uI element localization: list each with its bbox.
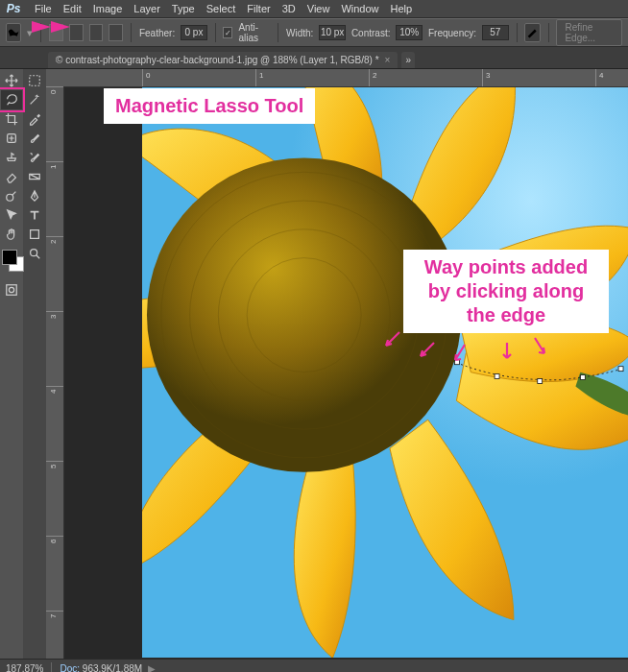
ruler-tick-label: 4 xyxy=(49,390,58,394)
selection-add-icon[interactable] xyxy=(69,24,84,41)
quick-mask-icon[interactable] xyxy=(1,280,22,300)
ruler-tick-label: 0 xyxy=(49,90,58,94)
close-tab-icon[interactable]: × xyxy=(385,55,391,65)
ruler-tick-label: 7 xyxy=(49,614,58,618)
svg-point-3 xyxy=(9,287,13,292)
menu-help[interactable]: Help xyxy=(385,1,419,16)
zoom-tool-icon[interactable] xyxy=(24,244,45,263)
annotation-arrow-icon xyxy=(51,21,70,33)
svg-point-7 xyxy=(31,250,37,256)
status-bar: 187.87% Doc: 963.9K/1.88M ▶ xyxy=(0,659,628,672)
ruler-tick-label: 1 xyxy=(49,165,58,169)
ruler-tick-label: 0 xyxy=(146,71,150,80)
marquee-tool-icon[interactable] xyxy=(24,71,45,90)
svg-rect-4 xyxy=(30,76,40,86)
menu-select[interactable]: Select xyxy=(201,1,242,16)
menu-layer[interactable]: Layer xyxy=(128,1,166,16)
annotation-waypoints-label: Way points added by clicking along the e… xyxy=(403,250,609,333)
path-select-tool-icon[interactable] xyxy=(1,205,22,225)
menu-edit[interactable]: Edit xyxy=(58,1,87,16)
options-bar: ▾ Feather: 0 px ✓ Anti-alias Width: 10 p… xyxy=(0,18,628,47)
spot-heal-tool-icon[interactable] xyxy=(1,129,22,148)
ruler-vertical[interactable]: 0 1 2 3 4 5 6 7 xyxy=(46,69,64,659)
app-logo: Ps xyxy=(4,2,23,15)
svg-point-1 xyxy=(7,194,13,201)
svg-rect-15 xyxy=(495,374,499,379)
magic-wand-tool-icon[interactable] xyxy=(24,90,45,109)
ruler-tick-label: 1 xyxy=(259,71,263,80)
crop-tool-icon[interactable] xyxy=(1,109,22,129)
move-tool-icon[interactable] xyxy=(1,71,22,90)
separator xyxy=(278,23,278,42)
ruler-horizontal[interactable]: 0 1 2 3 4 xyxy=(63,69,628,87)
gradient-tool-icon[interactable] xyxy=(24,167,45,186)
doc-size-label: Doc: xyxy=(60,663,80,673)
lasso-tool-icon[interactable] xyxy=(1,90,22,109)
annotation-tool-label: Magnetic Lasso Tool xyxy=(104,88,315,124)
dodge-tool-icon[interactable] xyxy=(1,186,22,205)
status-menu-icon[interactable]: ▶ xyxy=(148,663,156,673)
separator xyxy=(517,23,518,42)
shape-tool-icon[interactable] xyxy=(24,225,45,244)
color-swatches[interactable] xyxy=(0,248,23,273)
document-tab[interactable]: © contrast-photography-clear-background-… xyxy=(48,52,398,68)
contrast-input[interactable]: 10% xyxy=(396,25,423,40)
type-tool-icon[interactable] xyxy=(24,205,45,225)
eraser-tool-icon[interactable] xyxy=(1,167,22,186)
feather-input[interactable]: 0 px xyxy=(181,25,207,40)
annotation-arrow-icon xyxy=(417,341,438,362)
svg-rect-17 xyxy=(580,375,585,380)
frequency-label: Frequency: xyxy=(428,28,476,38)
foreground-color-swatch[interactable] xyxy=(2,250,17,265)
annotation-arrow-icon xyxy=(32,21,51,33)
annotation-arrow-icon xyxy=(531,336,552,357)
tool-preset-icon[interactable] xyxy=(6,23,21,42)
frequency-input[interactable]: 57 xyxy=(482,25,509,40)
history-brush-tool-icon[interactable] xyxy=(24,148,45,167)
width-label: Width: xyxy=(286,28,313,38)
ruler-tick-label: 5 xyxy=(49,465,58,468)
canvas-area[interactable]: 0 1 2 3 4 5 6 7 0 1 2 3 4 xyxy=(46,69,628,659)
zoom-level[interactable]: 187.87% xyxy=(6,663,43,673)
annotation-arrow-icon xyxy=(449,343,471,364)
menu-type[interactable]: Type xyxy=(166,1,201,16)
selection-intersect-icon[interactable] xyxy=(109,24,123,41)
eyedropper-tool-icon[interactable] xyxy=(24,109,45,129)
svg-rect-6 xyxy=(31,230,39,239)
pen-tool-icon[interactable] xyxy=(24,186,45,205)
menu-window[interactable]: Window xyxy=(335,1,384,16)
ruler-tick-label: 4 xyxy=(599,71,603,80)
clone-stamp-tool-icon[interactable] xyxy=(1,148,22,167)
svg-rect-18 xyxy=(618,367,623,372)
menu-filter[interactable]: Filter xyxy=(241,1,276,16)
ruler-tick-label: 3 xyxy=(49,315,58,319)
document-image[interactable] xyxy=(142,86,628,658)
anti-alias-label: Anti-alias xyxy=(238,22,270,43)
refine-edge-button[interactable]: Refine Edge... xyxy=(556,19,622,46)
pen-pressure-icon[interactable] xyxy=(524,23,540,42)
annotation-arrow-icon xyxy=(382,330,403,351)
anti-alias-checkbox[interactable]: ✓ xyxy=(223,27,232,38)
document-title: © contrast-photography-clear-background-… xyxy=(56,55,379,65)
separator xyxy=(131,23,132,42)
menu-image[interactable]: Image xyxy=(87,1,129,16)
menu-3d[interactable]: 3D xyxy=(277,1,302,16)
ruler-tick-label: 6 xyxy=(49,540,58,543)
separator xyxy=(215,23,216,42)
svg-rect-16 xyxy=(538,379,543,384)
contrast-label: Contrast: xyxy=(351,28,391,38)
brush-tool-icon[interactable] xyxy=(24,129,45,148)
menu-bar: Ps File Edit Image Layer Type Select Fil… xyxy=(0,0,628,18)
feather-label: Feather: xyxy=(139,28,175,38)
ruler-tick-label: 3 xyxy=(486,71,490,80)
menu-file[interactable]: File xyxy=(29,1,58,16)
menu-view[interactable]: View xyxy=(302,1,336,16)
tab-overflow-icon[interactable]: » xyxy=(401,52,415,68)
width-input[interactable]: 10 px xyxy=(319,25,346,40)
hand-tool-icon[interactable] xyxy=(1,225,22,244)
toolbox-col-a xyxy=(0,69,23,659)
selection-subtract-icon[interactable] xyxy=(89,24,104,41)
document-tab-bar: © contrast-photography-clear-background-… xyxy=(0,47,628,69)
doc-size-value: 963.9K/1.88M xyxy=(83,663,142,673)
toolbox-col-b xyxy=(23,69,46,659)
